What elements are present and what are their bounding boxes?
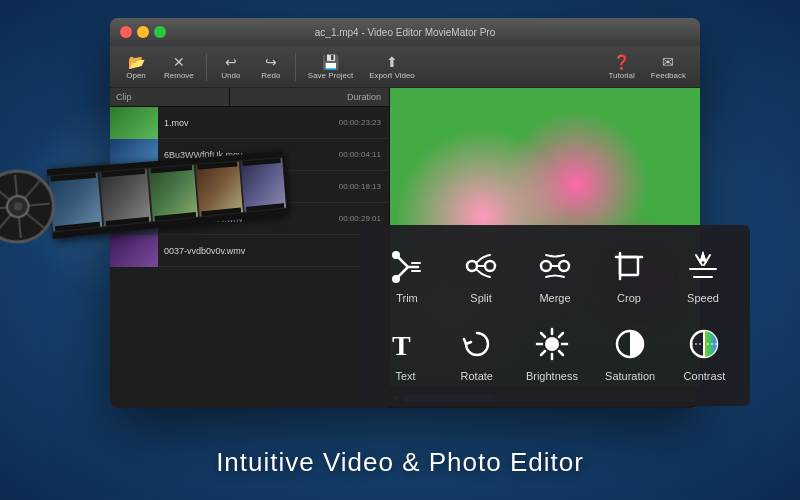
- toolbar-right: ❓ Tutorial ✉ Feedback: [602, 52, 692, 82]
- trim-icon: [385, 244, 429, 288]
- tools-row-1: Trim Split: [370, 240, 740, 308]
- file-info: 0037-vvdb0v0v.wmv: [158, 244, 374, 258]
- rotate-icon: [455, 322, 499, 366]
- split-tool[interactable]: Split: [451, 240, 511, 308]
- toolbar-separator: [206, 53, 207, 81]
- svg-point-8: [392, 275, 400, 283]
- svg-point-10: [485, 261, 495, 271]
- undo-icon: ↩: [225, 54, 237, 70]
- trim-tool[interactable]: Trim: [377, 240, 437, 308]
- maximize-button[interactable]: [154, 26, 166, 38]
- reel-circle: [0, 167, 58, 247]
- export-icon: ⬆: [386, 54, 398, 70]
- speed-label: Speed: [687, 292, 719, 304]
- contrast-tool[interactable]: Contrast: [674, 318, 734, 386]
- feedback-icon: ✉: [662, 54, 674, 70]
- brightness-tool[interactable]: Brightness: [518, 318, 586, 386]
- tools-panel: Trim Split: [360, 225, 750, 406]
- split-icon: [459, 244, 503, 288]
- saturation-label: Saturation: [605, 370, 655, 382]
- open-button[interactable]: 📂 Open: [118, 52, 154, 82]
- brightness-label: Brightness: [526, 370, 578, 382]
- feedback-button[interactable]: ✉ Feedback: [645, 52, 692, 82]
- saturation-tool[interactable]: Saturation: [597, 318, 663, 386]
- clip-column-header: Clip: [110, 88, 230, 106]
- speed-icon: [681, 244, 725, 288]
- svg-rect-13: [620, 257, 638, 275]
- svg-line-24: [559, 333, 563, 337]
- rotate-tool[interactable]: Rotate: [447, 318, 507, 386]
- brightness-icon: [530, 322, 574, 366]
- save-project-button[interactable]: 💾 Save Project: [302, 52, 359, 82]
- file-thumbnail: [110, 107, 158, 139]
- crop-icon: [607, 244, 651, 288]
- svg-point-11: [541, 261, 551, 271]
- remove-icon: ✕: [173, 54, 185, 70]
- export-video-button[interactable]: ⬆ Export Video: [363, 52, 421, 82]
- crop-label: Crop: [617, 292, 641, 304]
- svg-point-12: [559, 261, 569, 271]
- svg-point-9: [467, 261, 477, 271]
- save-icon: 💾: [322, 54, 339, 70]
- undo-button[interactable]: ↩ Undo: [213, 52, 249, 82]
- merge-icon: [533, 244, 577, 288]
- window-title: ac_1.mp4 - Video Editor MovieMator Pro: [315, 27, 495, 38]
- toolbar: 📂 Open ✕ Remove ↩ Undo ↪ Redo 💾 Save Pro…: [110, 46, 700, 88]
- rotate-label: Rotate: [461, 370, 493, 382]
- svg-line-22: [541, 333, 545, 337]
- redo-button[interactable]: ↪ Redo: [253, 52, 289, 82]
- text-tool[interactable]: T Text: [376, 318, 436, 386]
- film-frame: [147, 164, 198, 222]
- duration-column-header: Duration: [230, 88, 389, 106]
- contrast-icon: [682, 322, 726, 366]
- title-bar: ac_1.mp4 - Video Editor MovieMator Pro: [110, 18, 700, 46]
- merge-tool[interactable]: Merge: [525, 240, 585, 308]
- svg-line-25: [541, 351, 545, 355]
- film-frame: [98, 167, 152, 227]
- minimize-button[interactable]: [137, 26, 149, 38]
- trim-label: Trim: [396, 292, 418, 304]
- speed-tool[interactable]: Speed: [673, 240, 733, 308]
- svg-point-7: [392, 251, 400, 259]
- text-label: Text: [395, 370, 415, 382]
- tutorial-icon: ❓: [613, 54, 630, 70]
- list-item[interactable]: 0037-vvdb0v0v.wmv ...: [110, 235, 389, 267]
- traffic-lights: [120, 26, 166, 38]
- contrast-label: Contrast: [684, 370, 726, 382]
- svg-point-17: [545, 337, 559, 351]
- film-reel: [0, 167, 58, 247]
- svg-text:T: T: [392, 330, 411, 361]
- close-button[interactable]: [120, 26, 132, 38]
- file-thumbnail: [110, 235, 158, 267]
- saturation-icon: [608, 322, 652, 366]
- text-icon: T: [384, 322, 428, 366]
- open-icon: 📂: [128, 54, 145, 70]
- tools-row-2: T Text Rotate: [370, 318, 740, 386]
- split-label: Split: [470, 292, 491, 304]
- merge-label: Merge: [539, 292, 570, 304]
- panel-header: Clip Duration: [110, 88, 389, 107]
- crop-tool[interactable]: Crop: [599, 240, 659, 308]
- redo-icon: ↪: [265, 54, 277, 70]
- film-frame: [240, 157, 287, 213]
- tutorial-button[interactable]: ❓ Tutorial: [602, 52, 640, 82]
- list-item[interactable]: 1.mov 00:00:23:23: [110, 107, 389, 139]
- svg-line-23: [559, 351, 563, 355]
- film-frame: [194, 160, 243, 217]
- toolbar-separator-2: [295, 53, 296, 81]
- file-panel: Clip Duration 1.mov 00:00:23:23 6Bu3WWf0…: [110, 88, 390, 408]
- remove-button[interactable]: ✕ Remove: [158, 52, 200, 82]
- reel-svg: [0, 167, 58, 247]
- tagline: Intuitive Video & Photo Editor: [0, 447, 800, 478]
- file-info: 1.mov: [158, 116, 339, 130]
